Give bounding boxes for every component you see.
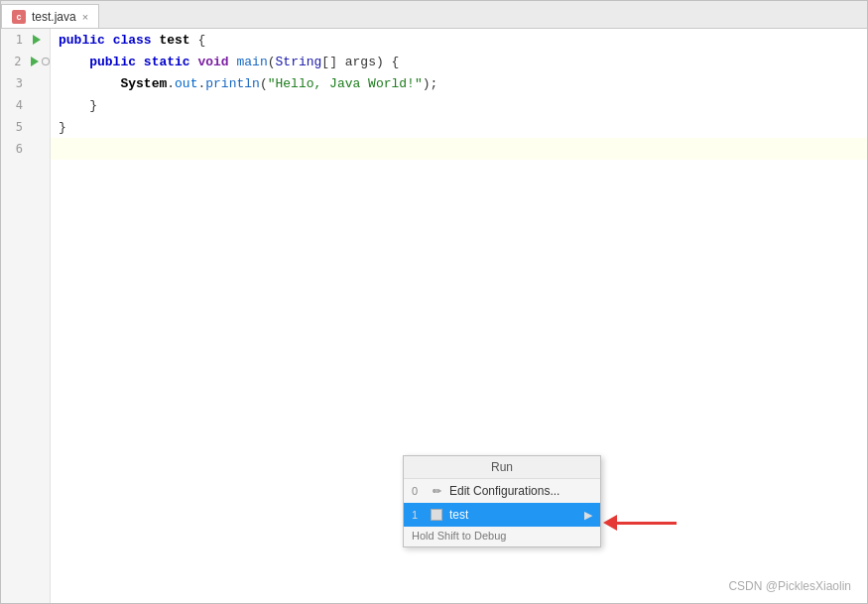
code-line-1: public class test {: [51, 29, 867, 51]
classname: test: [159, 33, 189, 48]
line-number-4: 4: [1, 98, 29, 112]
keyword-void: void: [197, 55, 228, 69]
breakpoint-2[interactable]: [42, 58, 50, 65]
menu-item-label-test: test: [449, 508, 578, 522]
arrow-line: [617, 522, 677, 525]
menu-footer: Hold Shift to Debug: [404, 527, 600, 546]
gutter-line-4: 4: [1, 94, 50, 116]
string-hello: "Hello, Java World!": [268, 76, 423, 91]
code-line-5: }: [51, 116, 867, 138]
context-menu[interactable]: Run 0 ✏ Edit Configurations... 1 test ▶: [403, 455, 601, 547]
menu-item-num-1: 1: [412, 509, 424, 521]
field-out: out: [175, 76, 197, 91]
menu-item-num-0: 0: [412, 485, 424, 497]
tab-close-button[interactable]: ×: [82, 11, 88, 23]
line-number-5: 5: [1, 120, 29, 134]
menu-header: Run: [404, 456, 600, 479]
pencil-icon: ✏: [430, 484, 443, 498]
file-tab-icon: c: [12, 10, 26, 24]
ide-window: c test.java × 1 2: [0, 0, 868, 604]
keyword-static: static: [144, 55, 190, 69]
keyword-public-2: public: [89, 55, 136, 69]
file-tab[interactable]: c test.java ×: [1, 4, 99, 28]
code-line-3: System . out . println ( "Hello, Java Wo…: [51, 72, 867, 94]
method-main: main: [237, 55, 268, 69]
line-gutter: 1 2 3 4: [1, 29, 51, 603]
class-system: System: [120, 76, 167, 91]
param-args: args: [345, 55, 376, 69]
line-number-3: 3: [1, 76, 29, 90]
editor-area: 1 2 3 4: [1, 29, 867, 603]
code-line-6: [51, 138, 867, 160]
run-arrow-1[interactable]: [33, 35, 41, 45]
gutter-line-3: 3: [1, 72, 50, 94]
line-number-6: 6: [1, 142, 29, 156]
line-number-2: 2: [1, 55, 28, 68]
gutter-line-5: 5: [1, 116, 50, 138]
tab-bar: c test.java ×: [1, 1, 867, 29]
keyword-class: class: [113, 33, 152, 48]
type-string: String: [276, 55, 322, 69]
code-line-4: }: [51, 94, 867, 116]
file-tab-name: test.java: [32, 10, 76, 24]
gutter-line-6: 6: [1, 138, 50, 160]
gutter-line-1: 1: [1, 29, 50, 51]
submenu-arrow-icon: ▶: [584, 509, 592, 522]
line-number-1: 1: [1, 33, 29, 47]
run-indicator-2[interactable]: [28, 57, 43, 66]
menu-item-edit-config[interactable]: 0 ✏ Edit Configurations...: [404, 479, 600, 503]
run-arrow-2[interactable]: [31, 57, 39, 66]
code-area[interactable]: public class test { public static void m…: [51, 29, 867, 603]
code-line-2: public static void main ( String [] args…: [51, 51, 867, 72]
run-indicator-1[interactable]: [29, 35, 45, 45]
method-println: println: [205, 76, 260, 91]
menu-item-test[interactable]: 1 test ▶: [404, 503, 600, 527]
gutter-line-2: 2: [1, 51, 50, 72]
box-icon: [430, 508, 443, 522]
watermark: CSDN @PicklesXiaolin: [728, 579, 851, 593]
keyword-public-1: public: [59, 33, 105, 48]
red-arrow-indicator: [604, 515, 677, 531]
arrow-head: [603, 515, 617, 531]
menu-item-label-edit-config: Edit Configurations...: [449, 484, 592, 498]
